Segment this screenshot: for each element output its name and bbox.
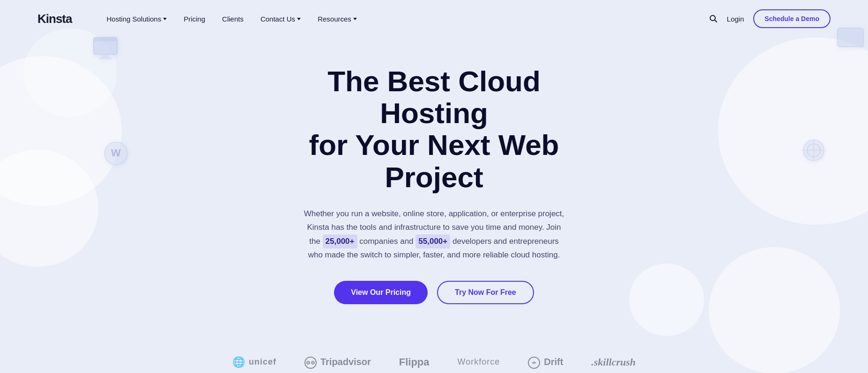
clients-bar: 🌐 unicef Tripadvisor Flippa Workforce Dr… — [0, 351, 868, 373]
try-now-button[interactable]: Try Now For Free — [437, 281, 534, 304]
svg-point-17 — [312, 362, 313, 363]
chevron-down-icon — [163, 18, 167, 20]
nav-contact-us[interactable]: Contact Us — [254, 11, 307, 27]
hero-description: Whether you run a website, online store,… — [303, 207, 565, 263]
hero-buttons: View Our Pricing Try Now For Free — [334, 281, 534, 304]
svg-line-12 — [714, 20, 717, 22]
client-skillcrush: .skillcrush — [591, 356, 636, 368]
nav-pricing[interactable]: Pricing — [177, 11, 212, 27]
view-pricing-button[interactable]: View Our Pricing — [334, 281, 428, 304]
chevron-down-icon — [297, 18, 301, 20]
nav-links: Hosting Solutions Pricing Clients Contac… — [100, 11, 709, 27]
skillcrush-label: .skillcrush — [591, 356, 636, 368]
chevron-down-icon — [353, 18, 357, 20]
developers-badge: 55,000+ — [415, 234, 450, 249]
unicef-label: unicef — [249, 357, 276, 367]
drift-label: Drift — [544, 357, 563, 367]
drift-icon — [528, 356, 540, 368]
nav-hosting-solutions[interactable]: Hosting Solutions — [100, 11, 173, 27]
unicef-icon: 🌐 — [232, 356, 245, 368]
client-tripadvisor: Tripadvisor — [304, 356, 371, 368]
tripadvisor-label: Tripadvisor — [320, 357, 371, 367]
logo[interactable]: Kinsta — [37, 12, 72, 26]
svg-point-16 — [308, 362, 309, 363]
hero-section: The Best Cloud Hosting for Your Next Web… — [0, 37, 868, 351]
login-link[interactable]: Login — [727, 15, 744, 23]
flippa-label: Flippa — [399, 356, 430, 368]
navbar: Kinsta Hosting Solutions Pricing Clients… — [0, 0, 868, 37]
schedule-demo-button[interactable]: Schedule a Demo — [753, 9, 831, 28]
client-workforce: Workforce — [458, 357, 500, 367]
tripadvisor-icon — [304, 356, 317, 368]
client-flippa: Flippa — [399, 356, 430, 368]
search-button[interactable] — [709, 15, 718, 23]
nav-clients[interactable]: Clients — [215, 11, 250, 27]
client-unicef: 🌐 unicef — [232, 356, 276, 368]
nav-resources[interactable]: Resources — [311, 11, 364, 27]
companies-badge: 25,000+ — [323, 234, 357, 249]
hero-title: The Best Cloud Hosting for Your Next Web… — [270, 66, 598, 193]
workforce-label: Workforce — [458, 357, 500, 367]
client-drift: Drift — [528, 356, 563, 368]
nav-right: Login Schedule a Demo — [709, 9, 831, 28]
